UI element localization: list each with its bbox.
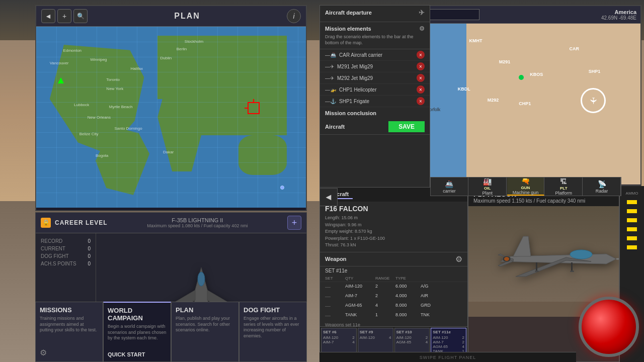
element-m291-icon: —✈ [325,64,334,69]
stat-record: RECORD 0 [41,238,91,244]
plan-zoom-button[interactable]: 🔍 [73,9,88,23]
remove-car-button[interactable]: × [417,51,425,59]
plan-back-button[interactable]: ◄ [41,9,55,23]
f16-silhouette [486,221,626,302]
career-add-button[interactable]: + [287,216,301,230]
f16-subtitle: Maximum speed 1.150 kts / Fuel capacity … [473,198,638,204]
remove-m292-button[interactable]: × [417,74,425,82]
marker-kbdl[interactable]: KBDL [455,80,473,98]
marker-kmht[interactable]: KMHT [466,32,485,50]
plt-sub-label: PLT [560,186,568,191]
map-grid [36,27,306,208]
oil-sub-label: OIL [484,186,491,191]
tab-missions-title: MISSIONS [40,306,99,314]
ammo-bar-5 [627,236,637,240]
career-title-row: 🔒 CAREER LEVEL [41,218,108,228]
gun-sub-label: GUN [521,186,530,190]
world-map-container[interactable]: Vancouver Edmonton Winnipeg Toronto Hali… [36,27,306,208]
svg-point-5 [198,272,205,286]
weapon-row-tank: — TANK 1 8.000 TNK [320,311,467,320]
swipe-panel[interactable]: SWIPE FLIGHT PANEL [319,352,576,362]
marker-m291[interactable]: M291 [496,53,514,71]
weapon-settings-icon[interactable]: ⚙ [455,254,462,264]
mission-conclusion-label: Mission conclusion [325,110,376,116]
career-header: 🔒 CAREER LEVEL F-35B LIGHTNING II Maximu… [36,213,306,233]
plan-info-button[interactable]: i [287,9,301,23]
quick-start-label[interactable]: QUICK START [108,351,145,357]
fire-button[interactable] [579,297,639,357]
aircraft-specs: Length: 15.06 m Wingspan: 9.96 m Empty w… [320,214,467,252]
weapon-title: Weapon [325,256,347,262]
mission-elements-panel: Aircraft departure ✈ Mission elements ⚙ … [319,5,430,211]
marker-m292[interactable]: M292 [484,91,502,109]
tab-dog-fight-title: DOG FIGHT [244,306,302,314]
player-position: ✈ [581,88,606,113]
ammo-label: AMMO [626,191,638,196]
career-icon: 🔒 [41,218,51,228]
svg-rect-17 [536,262,537,272]
mission-elements-title: Mission elements ⚙ [325,25,425,32]
toolbar-platform[interactable]: 🏗 PLT Platform [545,177,583,196]
tab-world-campaign-text: Begin a world campaign with scenarios an… [108,324,167,341]
mission-conclusion-row: Mission conclusion [320,107,430,119]
element-shp1-icon: —⚓ [325,99,336,104]
tab-missions[interactable]: MISSIONS Training missions and assignmen… [35,302,103,362]
platform-icon: 🏗 [560,177,567,186]
remove-chp1-button[interactable]: × [417,85,425,94]
stat-ach-points: ACH.S POINTS 0 [41,261,91,266]
toolbar-carrier[interactable]: 🚢 carrier [431,177,468,196]
toolbar-gun[interactable]: 🔫 GUN Machine gun [507,177,545,196]
element-m292-icon: —✈ [325,75,334,81]
element-m291: —✈ M291 Jet Mig29 × [320,61,430,72]
remove-m291-button[interactable]: × [417,62,425,70]
marker-car[interactable]: CAR [565,40,583,58]
marker-kbos[interactable]: KBOS [527,65,545,83]
tab-missions-text: Training missions and assignments aimed … [40,316,99,333]
toolbar-oil[interactable]: 🏭 OIL Plant [469,177,507,196]
carrier-icon: 🚢 [445,180,453,188]
swipe-text: SWIPE FLIGHT PANEL [420,355,476,360]
world-map: Vancouver Edmonton Winnipeg Toronto Hali… [36,27,306,208]
weapon-header: Weapon ⚙ [320,252,467,266]
player-marker [58,77,64,83]
marker-shp1[interactable]: SHP1 [586,62,604,80]
ammo-bar-3 [627,218,637,222]
aircraft-departure-section: Aircraft departure ✈ [320,6,430,22]
mission-elements-icon: ⚙ [419,25,425,32]
aircraft-tab-label[interactable]: Aircraft [325,124,345,130]
aircraft-sub: Maximum speed 1.080 kts / Fuel capacity … [147,223,248,228]
aircraft-name: F-35B LIGHTNING II [147,217,248,223]
plan-plus-button[interactable]: + [57,9,71,23]
weapon-set-label: SET #11e [320,266,467,275]
tac-panel-back-button[interactable]: ◄ [319,188,338,206]
weapon-row-agm65: — AGM-65 4 8.000 GRD [320,301,467,311]
marker-chp1[interactable]: CHP1 [516,95,534,113]
mission-elements-section: Mission elements ⚙ Drag the scenario ele… [320,22,430,49]
mission-tabs: MISSIONS Training missions and assignmen… [35,302,307,362]
tab-world-campaign[interactable]: WORLD CAMPAIGN Begin a world campaign wi… [103,302,171,362]
tab-dog-fight[interactable]: DOG FIGHT Engage other aircrafts in a se… [239,302,307,362]
tab-plan-text: Plan, publish and play your scenarios. S… [176,316,234,333]
stat-dogfight: DOG FIGHT 0 [41,253,91,259]
save-button[interactable]: SAVE [388,121,425,132]
remove-shp1-button[interactable]: × [417,97,425,105]
crosshair-marker [248,102,260,114]
player-plane-icon: ✈ [588,97,599,105]
tab-dog-fight-text: Engage other aircrafts in a series of le… [244,316,302,339]
career-title: CAREER LEVEL [55,219,108,226]
element-m292: —✈ M292 Jet Mig29 × [320,72,430,84]
weapon-row-aim120: — AIM-120 2 6.000 A/G [320,282,467,292]
element-shp1: —⚓ SHP1 Frigate × [320,96,430,107]
plan-title: PLAN [174,12,200,21]
toolbar-radar[interactable]: 📡 Radar [583,177,621,196]
ammo-bar-2 [627,209,637,213]
save-row: Aircraft SAVE [320,119,430,135]
weapon-toolbar: 🚢 carrier 🏭 OIL Plant 🔫 GUN Machine gun … [430,177,621,196]
weapon-table-header: SET QTY RANGE TYPE [320,275,467,282]
svg-point-16 [504,257,509,261]
tab-plan-title: PLAN [176,306,234,314]
svg-rect-19 [535,270,539,272]
settings-icon[interactable]: ⚙ [40,348,47,357]
tab-plan[interactable]: PLAN Plan, publish and play your scenari… [171,302,239,362]
machine-gun-label: Machine gun [513,190,539,195]
